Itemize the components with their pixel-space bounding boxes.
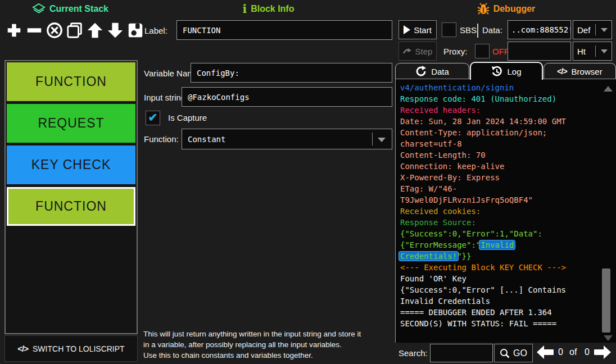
proxy-type-value: Ht	[577, 47, 586, 56]
sbs-checkbox[interactable]	[442, 22, 456, 37]
stack-block[interactable]: KEY CHECK	[7, 145, 135, 184]
function-dropdown[interactable]: Constant	[182, 129, 392, 149]
log-line: Received headers:	[400, 104, 612, 116]
current-stack-title: Current Stack	[49, 4, 108, 14]
proxy-status: OFF	[492, 47, 509, 56]
debugger-title: Debugger	[493, 4, 536, 14]
previous-match-button[interactable]	[536, 345, 554, 360]
label-field-label: Label:	[144, 26, 167, 35]
stack-block[interactable]: FUNCTION	[7, 187, 135, 226]
log-line: Date: Sun, 28 Jan 2024 14:59:00 GMT	[400, 116, 612, 127]
info-icon: i	[243, 2, 247, 16]
search-label: Search:	[398, 348, 428, 358]
play-icon	[404, 25, 410, 34]
current-stack-header: Current Stack	[0, 2, 141, 16]
dropdown-divider	[595, 24, 596, 35]
step-icon	[403, 48, 412, 54]
sbs-label: SBS	[460, 25, 477, 35]
scroll-down-arrow-icon[interactable]	[604, 335, 613, 341]
move-up-button[interactable]	[85, 20, 105, 40]
stack-list: FUNCTIONREQUESTKEY CHECKFUNCTION	[4, 60, 138, 334]
search-input[interactable]	[430, 344, 493, 362]
step-button[interactable]: Step	[398, 42, 437, 61]
switch-to-loliscript-button[interactable]: </> SWITCH TO LOLISCRIPT	[4, 335, 138, 362]
tab-log[interactable]: Log	[470, 62, 543, 80]
proxy-type-dropdown[interactable]: Ht	[573, 42, 612, 61]
log-line: ETag: W/"46-	[400, 183, 612, 194]
delete-block-button[interactable]	[45, 20, 64, 40]
is-capture-checkbox[interactable]	[146, 111, 160, 125]
code-icon: </>	[557, 67, 567, 76]
search-position: 0	[558, 347, 563, 357]
block-info-header: i Block Info	[141, 2, 396, 16]
chevron-down-icon	[601, 28, 608, 32]
dropdown-divider	[372, 133, 373, 145]
tab-browser[interactable]: </> Browser	[543, 63, 616, 79]
wordlist-type-value: Def	[577, 25, 590, 35]
log-line: Connection: keep-alive	[400, 161, 612, 172]
log-content: v4/authentication/signinResponse code: 4…	[395, 79, 616, 343]
block-info-title: Block Info	[251, 4, 294, 14]
add-block-button[interactable]	[4, 20, 24, 40]
remove-block-button[interactable]	[25, 20, 44, 40]
refresh-icon	[415, 66, 427, 77]
function-dropdown-value: Constant	[188, 135, 225, 144]
data-input[interactable]: ..com:888552!	[508, 20, 571, 39]
log-line: v4/authentication/signin	[400, 82, 612, 93]
stack-layers-icon	[32, 3, 46, 15]
bug-icon	[477, 3, 490, 15]
log-line: Credentials!"}}	[400, 251, 612, 262]
tab-data[interactable]: Data	[395, 63, 469, 79]
chevron-down-icon	[378, 138, 386, 142]
log-line: T9Jwel0DjFLRvzniJsFrq5oQBF4"	[400, 194, 612, 206]
go-button-label: GO	[513, 348, 527, 358]
log-line: {"Success":0,"Error" [...] Contains	[400, 284, 612, 295]
block-description: This will just return anything written i…	[143, 329, 399, 361]
start-button[interactable]: Start	[398, 20, 437, 39]
log-line: Received cookies:	[400, 206, 612, 217]
wordlist-type-dropdown[interactable]: Def	[573, 20, 612, 39]
openbullet-stacker-window: Current Stack i Block Info Debugger	[0, 0, 616, 364]
log-line: X-Powered-By: Express	[400, 172, 612, 183]
log-line: <--- Executing Block KEY CHECK --->	[400, 262, 612, 273]
divider	[477, 24, 478, 38]
move-down-button[interactable]	[106, 20, 125, 40]
log-line: Response code: 401 (Unauthorized)	[400, 93, 612, 104]
log-line: Response Source:	[400, 217, 612, 228]
label-field-input[interactable]: FUNCTION	[176, 20, 392, 40]
search-icon	[500, 348, 510, 358]
tab-browser-label: Browser	[572, 67, 603, 76]
clone-block-button[interactable]	[65, 20, 84, 40]
stack-block[interactable]: REQUEST	[7, 104, 135, 143]
scroll-up-arrow-icon[interactable]	[604, 86, 613, 92]
tab-log-label: Log	[507, 67, 521, 76]
input-string-input[interactable]: @FazkoConfigs	[182, 87, 392, 107]
data-label: Data:	[482, 25, 502, 35]
variable-name-input[interactable]: ConfigBy:	[191, 63, 392, 83]
search-go-button[interactable]: GO	[494, 344, 533, 362]
stack-block[interactable]: FUNCTION	[7, 62, 135, 101]
switch-button-label: SWITCH TO LOLISCRIPT	[33, 344, 125, 353]
log-line: Found 'OR' Key	[400, 273, 612, 284]
log-line: {"Success":0,"Error":1,"Data":	[400, 228, 612, 239]
log-line: SECOND(S) WITH STATUS: FAIL =====	[400, 318, 612, 329]
function-label: Function:	[144, 134, 179, 144]
search-total: 0	[585, 347, 590, 357]
dropdown-divider	[595, 46, 596, 57]
search-of-label: of	[569, 347, 577, 357]
log-line: {"ErrorMessage":"Invalid	[400, 239, 612, 251]
tab-data-label: Data	[431, 67, 449, 76]
history-icon	[491, 66, 502, 77]
log-scrollbar-thumb[interactable]	[602, 269, 610, 333]
log-line: ===== DEBUGGER ENDED AFTER 1.364	[400, 307, 612, 318]
next-match-button[interactable]	[594, 345, 612, 360]
log-line: Content-Length: 70	[400, 149, 612, 161]
start-button-label: Start	[414, 25, 432, 35]
proxy-checkbox[interactable]	[475, 44, 490, 58]
log-line: Content-Type: application/json;	[400, 127, 612, 138]
log-line: charset=utf-8	[400, 138, 612, 149]
save-stack-button[interactable]	[126, 20, 145, 40]
debugger-header: Debugger	[396, 2, 616, 16]
step-button-label: Step	[415, 47, 433, 56]
proxy-input[interactable]	[508, 42, 571, 61]
